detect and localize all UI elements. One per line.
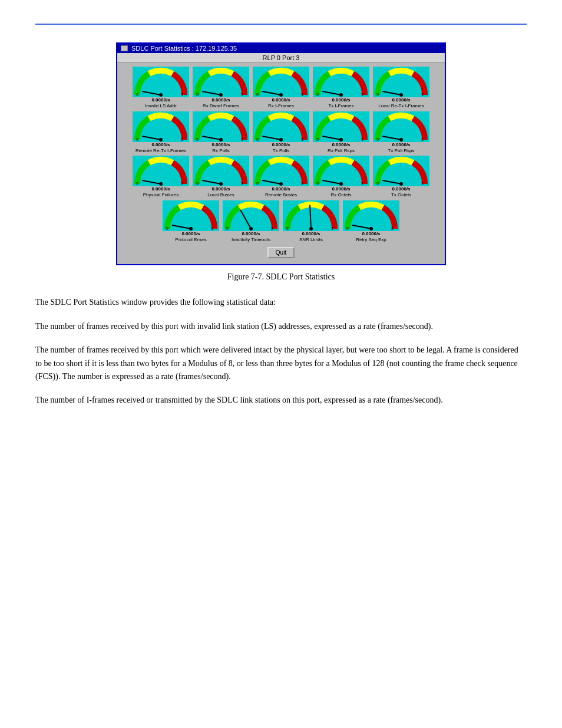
gauge-value: 0.0000/s — [272, 97, 290, 103]
gauge-value: 0.0000/s — [392, 97, 410, 103]
gauge-value: 0.0000/s — [332, 186, 350, 192]
svg-text:0: 0 — [376, 137, 379, 141]
svg-text:0: 0 — [226, 226, 229, 230]
top-rule — [35, 24, 527, 25]
svg-text:0: 0 — [136, 93, 138, 97]
svg-text:0: 0 — [196, 93, 199, 97]
gauge-label: Rx Poll Rsps — [328, 148, 355, 154]
gauge-label: Rx Polls — [212, 148, 229, 154]
gauge-row-4: 0 3 0.0000/s Protocol Errors 0 — [120, 200, 442, 243]
gauge-value: 0.0000/s — [272, 142, 290, 147]
svg-text:0: 0 — [256, 137, 259, 141]
svg-text:0: 0 — [136, 182, 138, 186]
svg-text:2: 2 — [181, 137, 183, 141]
svg-point-17 — [339, 93, 343, 97]
svg-text:0: 0 — [286, 226, 289, 230]
gauge-svg: 0 3 — [283, 200, 339, 231]
gauge-label: Tx Polls — [273, 148, 289, 154]
gauge-value: 0.0000/s — [272, 186, 290, 192]
gauge-cell: 0 3 0.0000/s Rx Poll Rsps — [312, 111, 371, 154]
svg-text:3: 3 — [391, 226, 394, 230]
svg-text:3: 3 — [361, 137, 363, 141]
svg-text:0: 0 — [166, 226, 168, 230]
gauge-cell: 0 3 0.0000/s Tx Polls — [252, 111, 310, 154]
sdlc-window: SDLC Port Statistics : 172.19.125.35 RLP… — [116, 42, 446, 265]
svg-text:3: 3 — [241, 93, 243, 97]
svg-point-52 — [159, 182, 163, 186]
gauge-cell: 0 3 0.0000/s Rx I-Frames — [252, 67, 310, 109]
gauge-value: 0.0000/s — [151, 97, 170, 103]
svg-point-22 — [399, 93, 403, 97]
gauge-cell: 0 3 0.0000/s Tx Octets — [372, 156, 431, 198]
gauge-svg: 0 3 — [223, 200, 279, 231]
gauge-label: Inactivity Timeouts — [232, 237, 270, 243]
svg-point-77 — [189, 227, 193, 230]
gauge-value: 0.0000/s — [211, 186, 230, 192]
gauge-row-2: 0 2 0.0000/s Remote Re-Tx I-Frames 0 — [120, 111, 442, 154]
gauge-svg: 0 3 — [373, 67, 429, 97]
gauge-cell: 0 3 0.0000/s Inactivity Timeouts — [222, 200, 280, 243]
gauge-label: SNR Limits — [299, 237, 323, 243]
svg-text:3: 3 — [301, 93, 303, 97]
quit-row: Quit — [120, 245, 442, 261]
gauge-label: Tx Octets — [391, 192, 411, 198]
gauge-value: 0.0000/s — [181, 231, 200, 236]
gauge-cell: 0 3 0.0000/s Tx I-Frames — [312, 67, 371, 109]
quit-button[interactable]: Quit — [267, 247, 295, 258]
gauge-row-1: 0 3 0.0000/s Invalid LS Addr 0 — [120, 67, 442, 109]
window-subtitle: RLP 0 Port 3 — [117, 53, 445, 63]
gauge-label: Physical Failures — [143, 192, 178, 198]
svg-text:3: 3 — [241, 182, 243, 186]
gauge-label: Remote Busies — [265, 192, 297, 198]
svg-text:0: 0 — [316, 93, 319, 97]
gauge-svg: 0 3 — [253, 156, 309, 186]
svg-point-92 — [369, 227, 373, 230]
gauge-svg: 0 3 — [253, 67, 309, 97]
gauge-label: Tx Poll Rsps — [388, 148, 415, 154]
description-3: The number of I-frames received or trans… — [35, 394, 527, 407]
svg-text:0: 0 — [256, 93, 259, 97]
gauge-label: Rx I-Frames — [268, 103, 294, 109]
svg-point-67 — [339, 182, 343, 186]
gauge-svg: 0 3 — [193, 67, 249, 97]
svg-point-82 — [249, 227, 253, 230]
svg-point-62 — [279, 182, 283, 186]
description-1: The number of frames received by this po… — [35, 320, 527, 333]
gauge-svg: 0 3 — [163, 200, 219, 231]
svg-text:3: 3 — [271, 226, 273, 230]
gauge-svg: 0 3 — [313, 67, 369, 97]
svg-text:0: 0 — [196, 182, 199, 186]
gauge-label: Remote Re-Tx I-Frames — [135, 148, 186, 154]
svg-text:0: 0 — [196, 137, 199, 141]
gauge-value: 0.0000/s — [151, 142, 170, 147]
gauge-cell: 0 3 0.0000/s Local Re-Tx I-Frames — [372, 67, 431, 109]
gauge-label: Rx Dwarf Frames — [203, 103, 239, 109]
svg-point-72 — [399, 182, 403, 186]
gauge-cell: 0 3 0.0000/s Local Busies — [191, 156, 250, 198]
gauge-svg: 0 3 — [193, 156, 249, 186]
gauge-label: Rx Octets — [330, 192, 351, 198]
svg-text:0: 0 — [346, 226, 349, 230]
gauge-value: 0.0000/s — [332, 142, 350, 147]
svg-point-87 — [309, 227, 313, 230]
svg-text:2: 2 — [421, 137, 424, 141]
gauge-label: Retry Seq Exp — [356, 237, 386, 243]
svg-text:0: 0 — [376, 93, 379, 97]
svg-text:3: 3 — [181, 182, 183, 186]
gauge-value: 0.0000/s — [362, 231, 380, 236]
svg-text:3: 3 — [361, 182, 363, 186]
svg-text:3: 3 — [421, 93, 424, 97]
svg-text:0: 0 — [316, 182, 319, 186]
gauge-cell: 0 2 0.0000/s Tx Poll Rsps — [372, 111, 431, 154]
gauge-svg: 0 2 — [373, 111, 429, 142]
svg-point-47 — [399, 138, 403, 141]
gauge-svg: 0 3 — [253, 111, 309, 142]
svg-text:0: 0 — [136, 137, 138, 141]
svg-text:0: 0 — [256, 182, 259, 186]
gauge-value: 0.0000/s — [211, 97, 230, 103]
titlebar-button[interactable] — [121, 45, 128, 51]
gauge-svg: 0 3 — [193, 111, 249, 142]
svg-text:3: 3 — [301, 137, 303, 141]
gauge-label: Protocol Errors — [175, 237, 206, 243]
svg-text:3: 3 — [241, 137, 243, 141]
